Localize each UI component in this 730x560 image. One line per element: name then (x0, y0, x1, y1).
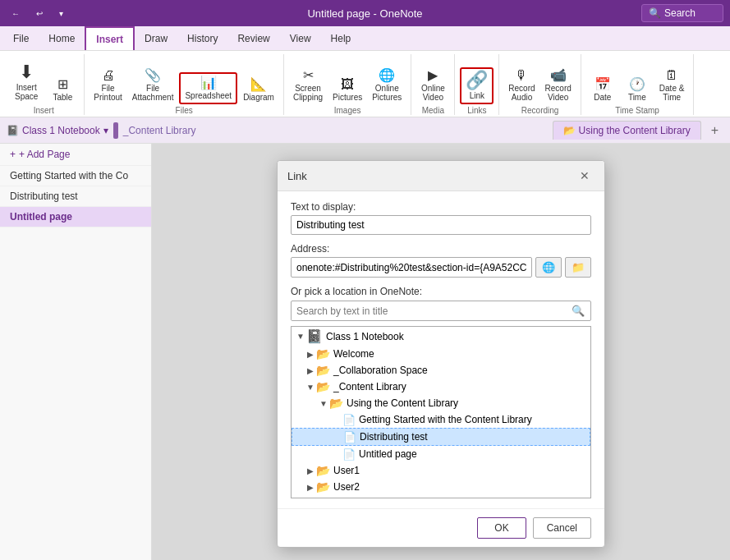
screen-clipping-icon: ✂ (303, 69, 314, 82)
onenote-search-icon: 🔍 (566, 301, 590, 320)
notebook-selector[interactable]: 📓 Class 1 Notebook ▾ (7, 125, 108, 136)
tab-history[interactable]: History (177, 26, 227, 50)
tree-expand-icon: ▼ (318, 399, 329, 408)
tab-insert[interactable]: Insert (85, 26, 135, 50)
date-time-button[interactable]: 🗓 Date &Time (655, 67, 689, 104)
title-bar: ← ↩ ▾ Untitled page - OneNote 🔍 Search (0, 0, 730, 26)
spreadsheet-icon: 📊 (200, 76, 217, 90)
table-button[interactable]: ⊞ Table (46, 76, 79, 104)
record-video-button[interactable]: 📹 RecordVideo (541, 67, 576, 104)
onenote-search-row: 🔍 (291, 301, 591, 321)
time-button[interactable]: 🕐 Time (621, 76, 654, 104)
tree-node-icon: 📂 (316, 380, 330, 393)
pictures-icon: 🖼 (341, 78, 354, 91)
tab-review[interactable]: Review (227, 26, 279, 50)
nav-divider (113, 122, 118, 139)
tab-help[interactable]: Help (321, 26, 361, 50)
tab-draw[interactable]: Draw (135, 26, 177, 50)
tree-item[interactable]: ▼📂_Content Library (292, 379, 590, 395)
file-printout-icon: 🖨 (102, 69, 115, 82)
tree-item[interactable]: ▶📂User2 (292, 479, 590, 495)
search-box[interactable]: 🔍 Search (641, 4, 723, 22)
screen-clipping-button[interactable]: ✂ ScreenClipping (289, 67, 327, 104)
tree-node-icon: 📄 (343, 430, 356, 443)
title-bar-controls: ← ↩ ▾ (7, 7, 68, 20)
address-input[interactable] (291, 257, 532, 278)
add-page-button[interactable]: + + Add Page (0, 144, 151, 166)
section-name: _Content Library (123, 125, 196, 136)
tree-expand-icon: ▶ (305, 483, 316, 492)
tree-node-icon: 📂 (316, 480, 330, 493)
dialog-header: Link ✕ (278, 161, 604, 191)
ribbon-group-links: 🔗 Link Links (455, 54, 499, 115)
tab-home[interactable]: Home (39, 26, 85, 50)
undo-button[interactable]: ↩ (31, 7, 48, 20)
online-pictures-button[interactable]: 🌐 OnlinePictures (368, 67, 406, 104)
text-to-display-field: Text to display: (291, 201, 591, 235)
sidebar-item-distributing-test[interactable]: Distributing test (0, 186, 151, 207)
dialog-close-button[interactable]: ✕ (575, 168, 595, 184)
tab-label: Using the Content Library (579, 125, 691, 136)
tree-node-label: Getting Started with the Content Library (359, 414, 532, 425)
sidebar-item-untitled-page[interactable]: Untitled page (0, 207, 151, 227)
sidebar-item-getting-started[interactable]: Getting Started with the Co (0, 166, 151, 186)
add-section-tab-button[interactable]: + (706, 122, 723, 140)
section-tab-content-library[interactable]: 📂 Using the Content Library (553, 121, 700, 140)
page-content: Link ✕ Text to display: Address: 🌐 📁 (152, 144, 730, 560)
cancel-button[interactable]: Cancel (533, 517, 591, 539)
file-attachment-button[interactable]: 📎 FileAttachment (128, 67, 178, 104)
link-icon: 🔗 (466, 71, 488, 90)
tree-node-icon: 📂 (329, 397, 343, 410)
tree-item[interactable]: 📄Distributing test (292, 428, 590, 446)
tree-expand-icon: ▶ (305, 366, 316, 375)
ribbon-content: ⬇ InsertSpace ⊞ Table Insert 🖨 FilePrint… (0, 51, 730, 117)
date-icon: 📅 (595, 78, 611, 91)
record-audio-icon: 🎙 (515, 69, 528, 82)
onenote-tree[interactable]: ▼📓Class 1 Notebook▶📂Welcome▶📂_Collaborat… (291, 326, 591, 498)
tree-item[interactable]: 📄Getting Started with the Content Librar… (292, 411, 590, 428)
tree-item[interactable]: ▶📂Welcome (292, 346, 590, 362)
diagram-button[interactable]: 📐 Diagram (239, 76, 278, 104)
insert-space-button[interactable]: ⬇ InsertSpace (8, 60, 44, 104)
online-video-icon: ▶ (428, 69, 438, 82)
onenote-search-input[interactable] (292, 302, 566, 320)
tree-item[interactable]: ▶📓Quick Notes (292, 495, 590, 498)
file-printout-button[interactable]: 🖨 FilePrintout (90, 67, 126, 104)
date-time-icon: 🗓 (665, 69, 678, 82)
online-video-button[interactable]: ▶ OnlineVideo (416, 67, 449, 104)
tab-file[interactable]: File (3, 26, 39, 50)
back-button[interactable]: ← (7, 7, 25, 20)
text-to-display-input[interactable] (291, 215, 591, 235)
tree-node-label: Untitled page (359, 448, 417, 460)
tree-node-icon: 📓 (306, 497, 323, 498)
tab-view[interactable]: View (280, 26, 321, 50)
diagram-icon: 📐 (250, 78, 267, 91)
tree-item[interactable]: 📄Untitled page (292, 446, 590, 462)
pick-location-label: Or pick a location in OneNote: (291, 286, 591, 297)
customize-button[interactable]: ▾ (54, 7, 68, 20)
tree-item[interactable]: ▼📂Using the Content Library (292, 395, 590, 411)
tree-node-label: User1 (333, 465, 360, 476)
ribbon-tab-bar: File Home Insert Draw History Review Vie… (0, 26, 730, 51)
tree-node-icon: 📓 (306, 328, 323, 344)
online-pictures-icon: 🌐 (379, 69, 395, 82)
tree-item[interactable]: ▶📂User1 (292, 462, 590, 479)
link-dialog: Link ✕ Text to display: Address: 🌐 📁 (277, 160, 605, 548)
pictures-button[interactable]: 🖼 Pictures (328, 76, 366, 104)
browse-web-button[interactable]: 🌐 (535, 257, 562, 278)
tree-item[interactable]: ▼📓Class 1 Notebook (292, 327, 590, 346)
ribbon: File Home Insert Draw History Review Vie… (0, 26, 730, 117)
sidebar: + + Add Page Getting Started with the Co… (0, 144, 152, 560)
insert-space-icon: ⬇ (19, 63, 34, 81)
spreadsheet-button[interactable]: 📊 Spreadsheet (179, 72, 237, 104)
ok-button[interactable]: OK (477, 517, 526, 539)
link-button[interactable]: 🔗 Link (460, 67, 494, 104)
insert-group-label: Insert (34, 106, 54, 115)
modal-overlay: Link ✕ Text to display: Address: 🌐 📁 (152, 144, 730, 560)
tree-expand-icon: ▼ (305, 383, 316, 392)
record-audio-button[interactable]: 🎙 RecordAudio (504, 67, 539, 104)
text-to-display-label: Text to display: (291, 201, 591, 213)
tree-item[interactable]: ▶📂_Collaboration Space (292, 362, 590, 379)
browse-file-button[interactable]: 📁 (565, 257, 591, 278)
date-button[interactable]: 📅 Date (586, 76, 619, 104)
